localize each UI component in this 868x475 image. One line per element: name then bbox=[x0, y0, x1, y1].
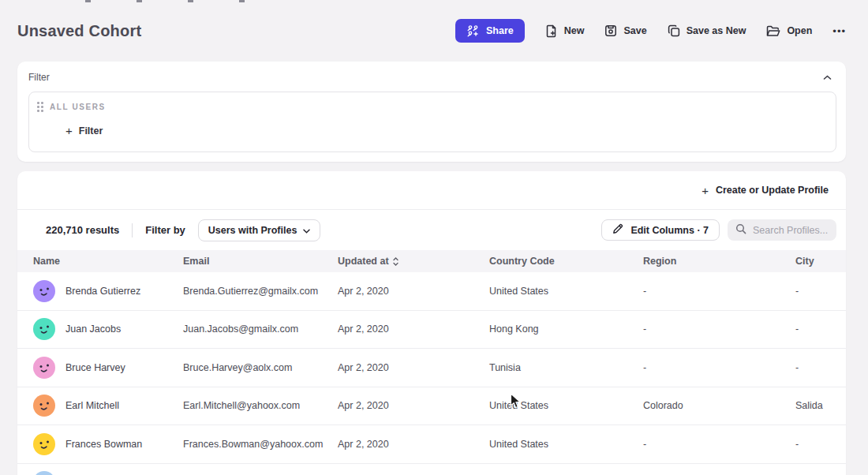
avatar bbox=[33, 318, 55, 340]
row-name: Frances Bowman bbox=[65, 439, 142, 450]
table-row[interactable]: Earl Mitchell Earl.Mitchell@yahoox.com A… bbox=[17, 387, 846, 426]
column-header-region[interactable]: Region bbox=[643, 256, 795, 267]
save-button[interactable]: Save bbox=[604, 24, 646, 37]
new-button[interactable]: New bbox=[545, 24, 585, 38]
filter-panel-label: Filter bbox=[28, 72, 50, 83]
add-filter-button[interactable]: + Filter bbox=[65, 125, 103, 137]
results-panel: + Create or Update Profile 220,710 resul… bbox=[17, 171, 846, 475]
page-title: Unsaved Cohort bbox=[17, 22, 141, 40]
results-toolbar: 220,710 results Filter by Users with Pro… bbox=[17, 210, 846, 250]
table-row[interactable]: Juan Jacobs Juan.Jacobs@gmailx.com Apr 2… bbox=[17, 311, 846, 350]
row-country-code: United States bbox=[489, 286, 643, 297]
profile-filter-dropdown[interactable]: Users with Profiles bbox=[198, 219, 321, 241]
row-updated-at: Apr 2, 2020 bbox=[338, 324, 489, 335]
pencil-icon bbox=[612, 223, 623, 237]
avatar bbox=[33, 471, 55, 475]
profiles-search[interactable] bbox=[728, 219, 836, 241]
chevron-down-icon bbox=[303, 225, 310, 236]
divider bbox=[132, 223, 133, 238]
table-row[interactable]: Frances Bowman Frances.Bowman@yahoox.com… bbox=[17, 425, 846, 464]
column-header-name[interactable]: Name bbox=[33, 256, 183, 267]
row-city: - bbox=[795, 439, 835, 450]
folder-open-icon bbox=[766, 25, 780, 37]
clipped-text-remnant bbox=[85, 0, 245, 2]
open-button[interactable]: Open bbox=[766, 25, 812, 37]
table-header-row: Name Email Updated at Country Code Regio… bbox=[17, 250, 846, 272]
row-name: Brenda Gutierrez bbox=[65, 286, 140, 297]
add-filter-label: Filter bbox=[79, 125, 103, 137]
row-email: Brenda.Gutierrez@gmailx.com bbox=[183, 286, 338, 297]
row-country-code: United States bbox=[489, 400, 643, 411]
column-header-country-code[interactable]: Country Code bbox=[489, 256, 643, 267]
save-as-new-button-label: Save as New bbox=[687, 25, 746, 36]
edit-columns-label: Edit Columns · 7 bbox=[630, 225, 709, 236]
filter-by-label: Filter by bbox=[145, 224, 185, 236]
row-email: Juan.Jacobs@gmailx.com bbox=[183, 324, 338, 335]
open-button-label: Open bbox=[787, 25, 812, 36]
header-actions: Share New Save bbox=[455, 19, 846, 43]
drag-handle-icon[interactable] bbox=[37, 102, 43, 112]
column-header-email[interactable]: Email bbox=[183, 256, 338, 267]
row-region: - bbox=[643, 324, 795, 335]
table-row[interactable]: Bruce Harvey Bruce.Harvey@aolx.com Apr 2… bbox=[17, 349, 846, 387]
table-row[interactable]: Brenda Gutierrez Brenda.Gutierrez@gmailx… bbox=[17, 272, 846, 311]
row-email: Earl.Mitchell@yahoox.com bbox=[183, 400, 338, 411]
filter-group-all-users: ALL USERS + Filter bbox=[28, 92, 836, 152]
row-city: - bbox=[795, 286, 835, 297]
sort-icon bbox=[393, 257, 398, 266]
table-row[interactable] bbox=[17, 464, 846, 475]
column-header-updated-at[interactable]: Updated at bbox=[338, 256, 489, 267]
row-updated-at: Apr 2, 2020 bbox=[338, 439, 489, 450]
row-name: Earl Mitchell bbox=[65, 400, 119, 411]
share-button[interactable]: Share bbox=[455, 19, 525, 43]
row-updated-at: Apr 2, 2020 bbox=[338, 400, 489, 411]
avatar bbox=[33, 433, 55, 455]
row-email: Frances.Bowman@yahoox.com bbox=[183, 439, 338, 450]
column-header-city[interactable]: City bbox=[795, 256, 835, 267]
avatar bbox=[33, 280, 55, 302]
share-button-label: Share bbox=[486, 25, 514, 36]
row-updated-at: Apr 2, 2020 bbox=[338, 286, 489, 297]
plus-icon: + bbox=[702, 185, 709, 196]
create-or-update-profile-label: Create or Update Profile bbox=[716, 185, 829, 196]
share-users-icon bbox=[466, 25, 480, 37]
overflow-menu-button[interactable]: ••• bbox=[832, 23, 846, 39]
row-region: Colorado bbox=[643, 400, 795, 411]
cohort-builder-page: { "header": { "title": "Unsaved Cohort",… bbox=[0, 0, 868, 475]
copy-icon bbox=[668, 24, 680, 37]
search-icon bbox=[735, 223, 746, 238]
row-region: - bbox=[643, 286, 795, 297]
profile-filter-value: Users with Profiles bbox=[208, 225, 297, 236]
row-name: Bruce Harvey bbox=[65, 362, 125, 373]
row-email: Bruce.Harvey@aolx.com bbox=[183, 362, 338, 373]
create-or-update-profile-button[interactable]: + Create or Update Profile bbox=[702, 185, 829, 196]
row-city: - bbox=[795, 324, 835, 335]
row-country-code: Hong Kong bbox=[489, 324, 643, 335]
row-country-code: Tunisia bbox=[489, 362, 643, 373]
avatar bbox=[33, 395, 55, 417]
table-body: Brenda Gutierrez Brenda.Gutierrez@gmailx… bbox=[17, 272, 846, 475]
save-button-label: Save bbox=[623, 25, 646, 36]
row-city: - bbox=[795, 362, 835, 373]
row-city: Salida bbox=[795, 400, 835, 411]
filter-panel: Filter ALL USERS + Filter bbox=[17, 62, 846, 162]
row-name: Juan Jacobs bbox=[65, 324, 121, 335]
row-country-code: United States bbox=[489, 439, 643, 450]
save-as-new-button[interactable]: Save as New bbox=[668, 24, 746, 37]
save-icon bbox=[604, 24, 617, 37]
results-count: 220,710 results bbox=[33, 224, 119, 236]
new-document-icon bbox=[545, 24, 558, 38]
collapse-chevron-up-icon[interactable] bbox=[821, 69, 833, 84]
search-input[interactable] bbox=[753, 225, 829, 236]
edit-columns-button[interactable]: Edit Columns · 7 bbox=[601, 219, 720, 241]
new-button-label: New bbox=[564, 25, 585, 36]
filter-group-label: ALL USERS bbox=[50, 103, 106, 111]
avatar bbox=[33, 357, 55, 379]
top-bar: Unsaved Cohort Share bbox=[0, 0, 868, 49]
row-region: - bbox=[643, 439, 795, 450]
plus-icon: + bbox=[65, 125, 73, 137]
row-updated-at: Apr 2, 2020 bbox=[338, 362, 489, 373]
row-region: - bbox=[643, 362, 795, 373]
